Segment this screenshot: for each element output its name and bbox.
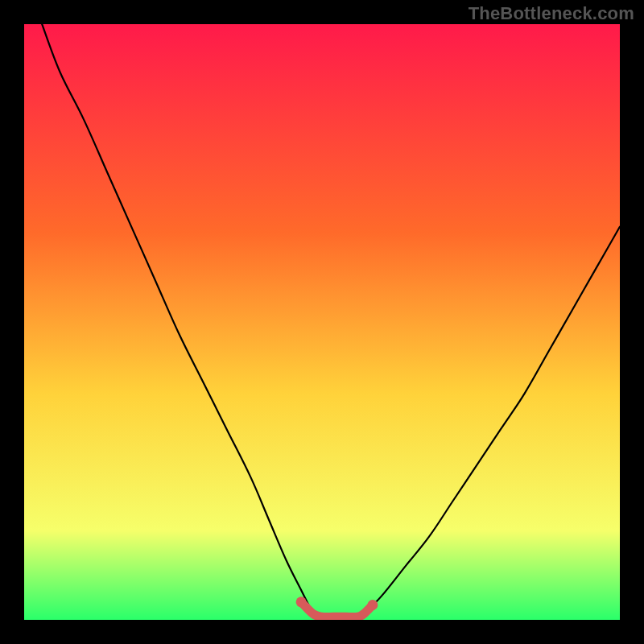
plot-area <box>24 24 620 620</box>
gradient-bg <box>24 24 620 620</box>
optimal-range-start-dot <box>296 597 307 607</box>
watermark-text: TheBottleneck.com <box>469 3 634 24</box>
optimal-range-end-dot <box>367 600 378 610</box>
chart-svg <box>24 24 620 620</box>
chart-frame: TheBottleneck.com <box>0 0 644 644</box>
